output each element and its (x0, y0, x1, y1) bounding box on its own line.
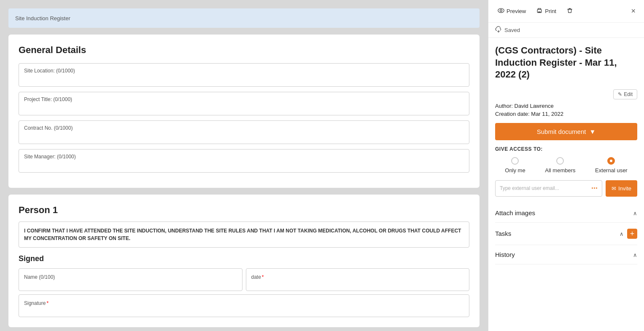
svg-rect-3 (538, 11, 541, 12)
radio-only-me[interactable] (511, 157, 519, 165)
name-field-label: Name (0/100) (24, 274, 55, 280)
project-title-label: Project Title: (0/1000) (24, 96, 464, 102)
print-label: Print (545, 8, 556, 14)
tasks-header[interactable]: Tasks + (495, 229, 637, 239)
site-manager-field[interactable]: Site Manager: (0/1000) (19, 149, 469, 173)
history-header[interactable]: History (495, 251, 637, 258)
breadcrumb-text: Site Induction Register (15, 15, 70, 21)
submit-label: Submit document (537, 128, 586, 135)
name-field[interactable]: Name (0/100) (19, 268, 243, 291)
date-field[interactable]: date* (246, 268, 470, 291)
signed-row: Name (0/100) date* (19, 268, 469, 291)
trash-button[interactable] (564, 5, 576, 17)
email-dots-icon: ··· (591, 184, 598, 193)
close-button[interactable]: × (629, 5, 637, 17)
tasks-chevron-icon (620, 230, 624, 237)
contract-no-field[interactable]: Contract No. (0/1000) (19, 120, 469, 144)
svg-point-1 (500, 10, 502, 12)
external-user-label: External user (595, 167, 628, 174)
author-row: Author: David Lawrence (495, 103, 637, 109)
email-input-field[interactable]: Type external user email... ··· (495, 180, 602, 197)
signature-required-star: * (46, 300, 49, 306)
date-required-star: * (262, 274, 264, 280)
sidebar-header-left: Preview Print (495, 5, 576, 17)
attach-images-label: Attach images (495, 209, 535, 216)
print-button[interactable]: Print (534, 5, 559, 17)
access-option-external-user[interactable]: External user (595, 157, 628, 174)
edit-label: Edit (624, 91, 633, 97)
general-details-title: General Details (19, 45, 469, 56)
author-label: Author: (495, 103, 513, 109)
envelope-icon: ✉ (612, 185, 616, 192)
attach-images-header[interactable]: Attach images (495, 209, 637, 216)
creation-date-label: Creation date: (495, 111, 530, 117)
edit-icon: ✎ (618, 91, 622, 97)
confirmation-text: I CONFIRM THAT I HAVE ATTENDED THE SITE … (19, 222, 469, 248)
email-placeholder: Type external user email... (500, 185, 559, 191)
radio-external-user[interactable] (607, 157, 615, 165)
preview-button[interactable]: Preview (495, 5, 528, 17)
signature-label: Signature* (24, 300, 49, 306)
print-icon (536, 7, 543, 15)
site-manager-label: Site Manager: (0/1000) (24, 154, 464, 160)
saved-row: Saved (488, 23, 644, 38)
radio-all-members[interactable] (556, 157, 564, 165)
saved-label: Saved (504, 27, 520, 33)
signature-field[interactable]: Signature* (19, 294, 469, 317)
site-location-field[interactable]: Site Location: (0/1000) (19, 63, 469, 87)
only-me-label: Only me (505, 167, 525, 174)
sidebar-content: (CGS Contractors) - Site Induction Regis… (488, 38, 644, 331)
preview-label: Preview (507, 8, 526, 14)
person1-title: Person 1 (19, 205, 469, 216)
access-options: Only me All members External user (495, 157, 637, 174)
cloud-icon (495, 26, 502, 34)
breadcrumb: Site Induction Register (8, 8, 480, 28)
tasks-section: Tasks + (495, 223, 637, 245)
svg-point-0 (498, 8, 504, 13)
edit-btn-row: ✎ Edit (495, 89, 637, 99)
invite-button[interactable]: ✉ Invite (606, 180, 637, 197)
tasks-label: Tasks (495, 230, 511, 237)
email-row: Type external user email... ··· ✉ Invite (495, 180, 637, 197)
all-members-label: All members (545, 167, 575, 174)
contract-no-label: Contract No. (0/1000) (24, 125, 464, 131)
project-title-field[interactable]: Project Title: (0/1000) (19, 92, 469, 115)
edit-button[interactable]: ✎ Edit (613, 89, 637, 99)
creation-date-row: Creation date: Mar 11, 2022 (495, 111, 637, 117)
general-details-section: General Details Site Location: (0/1000) … (8, 35, 480, 188)
date-field-label: date* (251, 274, 264, 280)
trash-icon (566, 7, 573, 15)
person1-section: Person 1 I CONFIRM THAT I HAVE ATTENDED … (8, 195, 480, 327)
site-location-label: Site Location: (0/1000) (24, 68, 464, 74)
invite-label: Invite (618, 185, 631, 192)
dropdown-arrow-icon: ▼ (589, 128, 595, 135)
add-task-button[interactable]: + (627, 229, 637, 239)
access-option-all-members[interactable]: All members (545, 157, 575, 174)
give-access-label: GIVE ACCESS TO: (495, 146, 637, 152)
creation-date: Mar 11, 2022 (531, 111, 563, 117)
eye-icon (498, 7, 504, 15)
author-name: David Lawrence (515, 103, 554, 109)
history-section: History (495, 245, 637, 264)
attach-images-chevron-icon (633, 209, 637, 216)
sidebar-header: Preview Print (488, 0, 644, 23)
tasks-controls: + (620, 229, 637, 239)
sidebar: Preview Print (488, 0, 644, 331)
access-option-only-me[interactable]: Only me (505, 157, 525, 174)
attach-images-section: Attach images (495, 203, 637, 223)
signed-label: Signed (19, 254, 469, 263)
doc-title: (CGS Contractors) - Site Induction Regis… (495, 45, 637, 81)
history-label: History (495, 251, 515, 258)
history-chevron-icon (633, 251, 637, 258)
submit-button[interactable]: Submit document ▼ (495, 123, 637, 140)
